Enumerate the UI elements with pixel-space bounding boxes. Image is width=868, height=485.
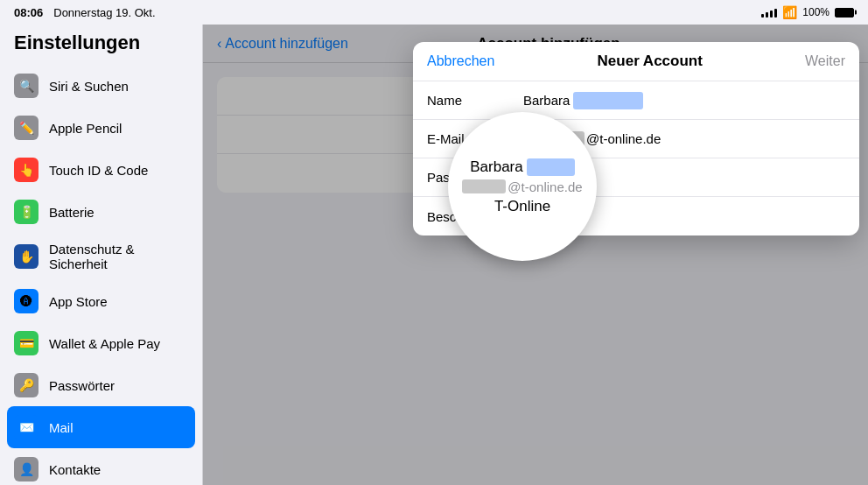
status-bar: 08:06 Donnerstag 19. Okt. 📶 100% <box>0 0 868 25</box>
status-date: Donnerstag 19. Okt. <box>53 6 155 19</box>
modal-overlay: Abbrechen Neuer Account Weiter Name Barb… <box>203 25 868 485</box>
magnifier-name: Barbara <box>470 158 522 176</box>
app-store-icon: 🅐 <box>14 289 38 313</box>
sidebar-label-siri: Siri & Suchen <box>49 79 129 94</box>
sidebar-label-mail: Mail <box>49 420 74 435</box>
magnifier-desc: T-Online <box>494 198 550 215</box>
touch-id-icon: 👆 <box>14 158 38 182</box>
sidebar-item-wallet[interactable]: 💳 Wallet & Apple Pay <box>0 322 202 364</box>
sidebar-item-batterie[interactable]: 🔋 Batterie <box>0 191 202 233</box>
sidebar-item-app-store[interactable]: 🅐 App Store <box>0 280 202 322</box>
sidebar-item-datenschutz[interactable]: ✋ Datenschutz & Sicherheit <box>0 233 202 280</box>
magnifier-highlight <box>527 158 575 176</box>
name-label: Name <box>427 93 523 108</box>
modal-next-button[interactable]: Weiter <box>805 53 845 69</box>
wifi-icon: 📶 <box>782 5 797 19</box>
status-time: 08:06 <box>14 6 43 19</box>
mail-icon: ✉️ <box>14 415 38 439</box>
main-container: Einstellungen 🔍 Siri & Suchen ✏️ Apple P… <box>0 25 868 485</box>
battery-icon <box>835 8 854 18</box>
modal-nav: Abbrechen Neuer Account Weiter <box>413 42 859 81</box>
sidebar-item-apple-pencil[interactable]: ✏️ Apple Pencil <box>0 107 202 149</box>
siri-icon: 🔍 <box>14 74 38 98</box>
sidebar: Einstellungen 🔍 Siri & Suchen ✏️ Apple P… <box>0 25 203 485</box>
signal-icon <box>761 7 777 18</box>
passwords-icon: 🔑 <box>14 373 38 397</box>
sidebar-item-siri[interactable]: 🔍 Siri & Suchen <box>0 65 202 107</box>
sidebar-label-wallet: Wallet & Apple Pay <box>49 336 160 351</box>
magnifier-email: @t-online.de <box>508 179 582 194</box>
sidebar-label-touch-id: Touch ID & Code <box>49 163 148 178</box>
battery-settings-icon: 🔋 <box>14 200 38 224</box>
status-right-icons: 📶 100% <box>761 5 854 19</box>
right-panel: ‹ Account hinzufügen Account hinzufügen … <box>203 25 868 485</box>
sidebar-title: Einstellungen <box>0 25 202 65</box>
privacy-icon: ✋ <box>14 244 38 269</box>
modal-cancel-button[interactable]: Abbrechen <box>427 53 494 69</box>
modal-title: Neuer Account <box>598 53 703 70</box>
magnifier-email-prefix <box>462 179 506 193</box>
name-value: Barbara <box>523 93 570 108</box>
sidebar-item-touch-id[interactable]: 👆 Touch ID & Code <box>0 149 202 191</box>
battery-percentage: 100% <box>802 6 830 18</box>
sidebar-label-datenschutz: Datenschutz & Sicherheit <box>49 242 188 271</box>
form-row-name: Name Barbara <box>413 81 859 120</box>
contacts-icon: 👤 <box>14 457 38 481</box>
sidebar-label-app-store: App Store <box>49 294 108 309</box>
sidebar-label-apple-pencil: Apple Pencil <box>49 121 122 136</box>
name-highlight-box <box>573 92 643 109</box>
sidebar-label-batterie: Batterie <box>49 205 94 220</box>
sidebar-item-kontakte[interactable]: 👤 Kontakte <box>0 448 202 485</box>
sidebar-label-passwoerter: Passwörter <box>49 378 115 393</box>
email-value: @t-online.de <box>586 131 661 146</box>
sidebar-item-mail[interactable]: ✉️ Mail <box>7 406 195 448</box>
magnifier-circle: Barbara @t-online.de T-Online <box>448 112 597 261</box>
wallet-icon: 💳 <box>14 331 38 355</box>
sidebar-label-kontakte: Kontakte <box>49 462 101 477</box>
sidebar-item-passwoerter[interactable]: 🔑 Passwörter <box>0 364 202 406</box>
apple-pencil-icon: ✏️ <box>14 116 38 140</box>
